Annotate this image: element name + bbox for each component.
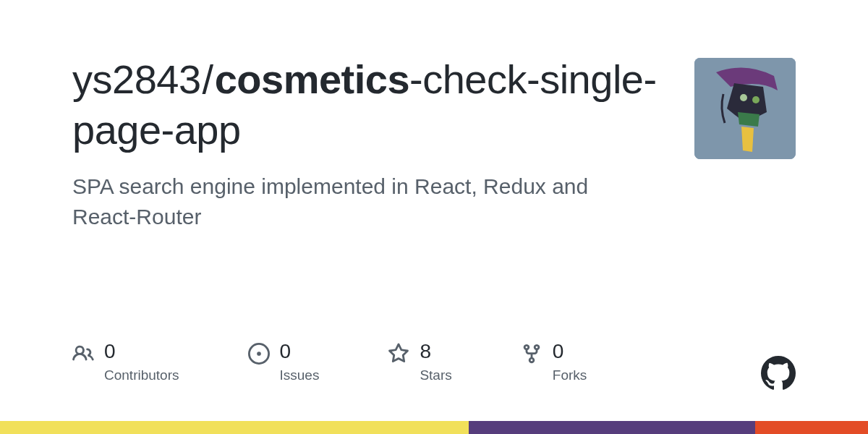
stat-contributors[interactable]: 0 Contributors — [72, 341, 179, 383]
title-area: ys2843/cosmetics-check-single-page-app S… — [72, 54, 665, 232]
repo-description: SPA search engine implemented in React, … — [72, 171, 637, 232]
forks-value: 0 — [553, 341, 587, 362]
stat-content: 0 Forks — [553, 341, 587, 383]
stat-stars[interactable]: 8 Stars — [388, 341, 451, 383]
avatar[interactable] — [694, 58, 796, 159]
language-segment — [469, 421, 755, 434]
stars-label: Stars — [420, 367, 451, 383]
svg-point-3 — [752, 96, 760, 103]
repo-card: ys2843/cosmetics-check-single-page-app S… — [0, 0, 868, 434]
issue-icon — [248, 343, 270, 365]
contributors-label: Contributors — [104, 367, 179, 383]
issues-label: Issues — [280, 367, 320, 383]
github-logo-icon[interactable] — [761, 356, 796, 391]
issues-value: 0 — [280, 341, 320, 362]
language-segment — [0, 421, 469, 434]
fork-icon — [521, 343, 542, 365]
repo-owner: ys2843 — [72, 56, 201, 102]
stat-content: 8 Stars — [420, 341, 451, 383]
stat-content: 0 Contributors — [104, 341, 179, 383]
avatar-image-icon — [694, 58, 796, 159]
stat-content: 0 Issues — [280, 341, 320, 383]
header-row: ys2843/cosmetics-check-single-page-app S… — [72, 54, 796, 232]
stars-value: 8 — [420, 341, 451, 362]
star-icon — [388, 343, 409, 365]
forks-label: Forks — [553, 367, 587, 383]
contributors-value: 0 — [104, 341, 179, 362]
stat-forks[interactable]: 0 Forks — [521, 341, 587, 383]
stats-row: 0 Contributors 0 Issues 8 Stars — [72, 341, 587, 383]
svg-point-2 — [740, 94, 747, 101]
people-icon — [72, 343, 94, 365]
repo-title[interactable]: ys2843/cosmetics-check-single-page-app — [72, 54, 665, 156]
language-segment — [755, 421, 868, 434]
language-color-bar — [0, 421, 868, 434]
slash: / — [203, 56, 213, 102]
stat-issues[interactable]: 0 Issues — [248, 341, 320, 383]
